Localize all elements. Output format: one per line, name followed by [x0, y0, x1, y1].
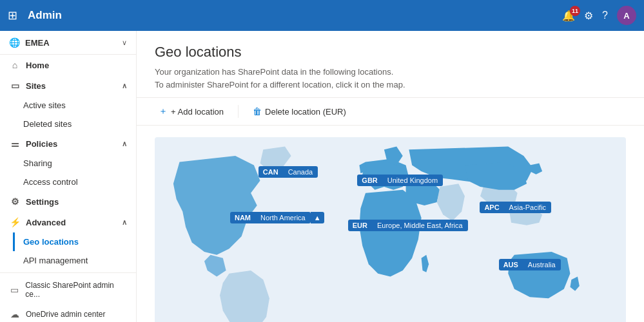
main-content: Geo locations Your organization has Shar…	[137, 31, 644, 322]
sidebar-classic-label: Classic SharePoint admin ce...	[25, 281, 127, 299]
sidebar-item-geo-locations[interactable]: Geo locations	[0, 232, 136, 251]
sidebar-divider	[0, 272, 136, 273]
trash-icon: 🗑	[253, 106, 262, 117]
sidebar-item-onedrive[interactable]: ☁ OneDrive admin center	[0, 304, 136, 322]
sidebar-advanced-label: Advanced	[26, 218, 117, 227]
advanced-chevron-icon: ∧	[122, 218, 127, 227]
topbar: ⊞ Admin 🔔 11 ⚙ ? A	[0, 0, 644, 31]
sidebar-item-settings[interactable]: ⚙ Settings	[0, 191, 136, 212]
sidebar-onedrive-label: OneDrive admin center	[26, 310, 105, 319]
loc-nam[interactable]: NAM North America ▲	[230, 212, 324, 223]
body-layout: 🌐 EMEA ∨ ⌂ Home ▭ Sites ∧ Active sites D…	[0, 31, 644, 322]
loc-gbr[interactable]: GBR United Kingdom	[357, 175, 443, 186]
advanced-icon: ⚡	[9, 217, 21, 227]
grid-icon[interactable]: ⊞	[8, 8, 17, 23]
topbar-actions: 🔔 11 ⚙ ? A	[562, 6, 636, 25]
loc-can[interactable]: CAN Canada	[259, 166, 318, 178]
globe-icon: 🌐	[9, 37, 20, 48]
settings-icon[interactable]: ⚙	[584, 10, 593, 22]
sidebar-item-sharing[interactable]: Sharing	[0, 154, 136, 173]
help-icon[interactable]: ?	[602, 10, 608, 21]
sidebar-sites-label: Sites	[26, 81, 117, 91]
sidebar-home-label: Home	[26, 61, 49, 70]
sites-chevron-icon: ∧	[122, 82, 127, 90]
sidebar-policies-label: Policies	[26, 139, 117, 149]
loc-apc[interactable]: APC Asia-Pacific	[480, 202, 551, 213]
page-description: Your organization has SharePoint data in…	[155, 66, 626, 91]
add-location-button[interactable]: ＋ + Add location	[155, 103, 228, 120]
sidebar-settings-label: Settings	[26, 197, 59, 207]
region-selector[interactable]: 🌐 EMEA ∨	[0, 31, 136, 55]
policies-icon: ⚌	[9, 138, 21, 149]
onedrive-icon: ☁	[9, 309, 21, 319]
map-container: CAN Canada GBR United Kingdom NAM North …	[137, 126, 644, 322]
toolbar-divider	[238, 105, 239, 118]
world-map[interactable]: CAN Canada GBR United Kingdom NAM North …	[155, 133, 626, 322]
sidebar-item-home[interactable]: ⌂ Home	[0, 55, 136, 75]
sidebar-item-access-control[interactable]: Access control	[0, 173, 136, 191]
classic-sharepoint-icon: ▭	[9, 285, 20, 295]
settings-nav-icon: ⚙	[9, 196, 21, 207]
sidebar-item-active-sites[interactable]: Active sites	[0, 96, 136, 115]
sidebar-item-api-management[interactable]: API management	[0, 251, 136, 270]
page-title: Geo locations	[155, 44, 626, 61]
loc-eur[interactable]: EUR Europe, Middle East, Africa	[348, 220, 468, 231]
region-chevron-icon: ∨	[122, 39, 127, 47]
policies-chevron-icon: ∧	[122, 140, 127, 148]
sidebar-group-advanced[interactable]: ⚡ Advanced ∧	[0, 212, 136, 232]
loc-aus[interactable]: AUS Australia	[499, 259, 561, 270]
sidebar-item-deleted-sites[interactable]: Deleted sites	[0, 115, 136, 133]
add-icon: ＋	[159, 106, 168, 117]
avatar[interactable]: A	[617, 6, 636, 25]
region-label: EMEA	[25, 38, 117, 48]
notification-badge: 11	[570, 6, 580, 16]
home-icon: ⌂	[9, 60, 21, 70]
notification-button[interactable]: 🔔 11	[562, 10, 575, 22]
app-title: Admin	[28, 9, 556, 22]
sidebar-group-policies[interactable]: ⚌ Policies ∧	[0, 133, 136, 154]
central-icon: ▲	[311, 212, 324, 223]
sidebar: 🌐 EMEA ∨ ⌂ Home ▭ Sites ∧ Active sites D…	[0, 31, 137, 322]
delete-location-button[interactable]: 🗑 Delete location (EUR)	[249, 104, 350, 119]
toolbar: ＋ + Add location 🗑 Delete location (EUR)	[137, 97, 644, 126]
sidebar-item-classic-sharepoint[interactable]: ▭ Classic SharePoint admin ce...	[0, 276, 136, 304]
sites-icon: ▭	[9, 80, 21, 91]
page-header: Geo locations Your organization has Shar…	[137, 31, 644, 97]
sidebar-group-sites[interactable]: ▭ Sites ∧	[0, 75, 136, 96]
